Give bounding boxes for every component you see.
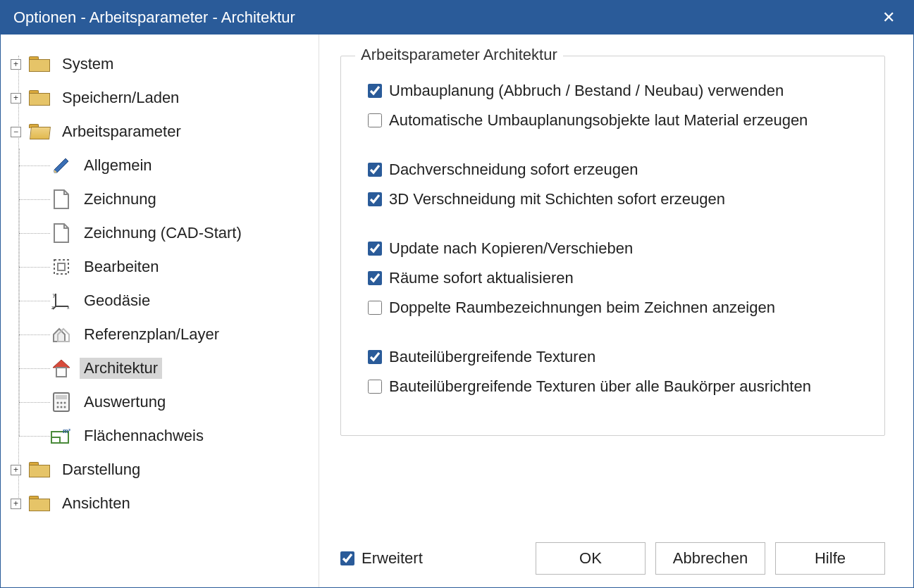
checkbox-erweitert[interactable] [340,551,354,565]
tree-item-arbeitsparameter[interactable]: Arbeitsparameter [58,121,185,142]
label-auto-umbauplanungsobjekte[interactable]: Automatische Umbauplanungsobjekte laut M… [389,111,808,130]
checkbox-raeume-aktualisieren[interactable] [368,271,382,285]
tree-item-system[interactable]: System [58,54,118,75]
options-tree: + System + Speichern/Laden − Arbeitspara… [1,35,319,587]
tree-item-allgemein[interactable]: Allgemein [80,155,156,176]
title-bar: Optionen - Arbeitsparameter - Architektu… [1,1,913,35]
collapse-toggle-arbeitsparameter[interactable]: − [11,127,21,137]
tree-item-flaechennachweis[interactable]: Flächennachweis [80,425,208,446]
checkbox-3d-verschneidung[interactable] [368,192,382,206]
tree-item-bearbeiten[interactable]: Bearbeiten [80,256,163,277]
svg-point-12 [61,402,63,404]
svg-text:z: z [51,305,54,310]
svg-text:y: y [53,292,56,298]
calculator-icon [50,391,73,413]
area-plan-icon: m² [50,425,73,447]
window-title: Optionen - Arbeitsparameter - Architektu… [13,8,877,27]
tree-item-auswertung[interactable]: Auswertung [80,392,170,413]
checkbox-update-kopieren[interactable] [368,242,382,256]
expand-toggle-speichern[interactable]: + [11,93,21,104]
tree-item-zeichnung-cad-start[interactable]: Zeichnung (CAD-Start) [80,223,246,244]
cancel-button[interactable]: Abbrechen [655,542,765,575]
dialog-footer: Erweitert OK Abbrechen Hilfe [340,525,885,575]
svg-marker-0 [54,158,68,173]
svg-rect-10 [56,395,67,399]
document-icon [50,188,73,211]
folder-open-icon [28,120,51,143]
selection-icon [50,256,73,278]
label-bauteil-texturen[interactable]: Bauteilübergreifende Texturen [389,348,595,366]
checkbox-auto-umbauplanungsobjekte[interactable] [368,113,382,127]
house-icon [50,357,73,380]
label-3d-verschneidung[interactable]: 3D Verschneidung mit Schichten sofort er… [389,190,725,208]
checkbox-dachverschneidung[interactable] [368,163,382,177]
label-erweitert[interactable]: Erweitert [362,549,423,568]
tree-item-zeichnung[interactable]: Zeichnung [80,189,161,210]
group-legend: Arbeitsparameter Architektur [355,46,563,64]
layer-house-icon [50,323,73,346]
svg-point-11 [57,402,59,404]
folder-icon [28,492,51,515]
svg-text:x: x [67,305,70,310]
help-button[interactable]: Hilfe [775,542,885,575]
tree-item-architektur[interactable]: Architektur [80,358,162,379]
tree-item-darstellung[interactable]: Darstellung [58,459,144,480]
folder-icon [28,53,51,75]
checkbox-bauteil-texturen-ausrichten[interactable] [368,380,382,394]
document-icon [50,222,73,244]
folder-icon [28,87,51,109]
folder-icon [28,458,51,481]
svg-rect-8 [56,368,66,377]
svg-marker-7 [53,360,70,368]
label-doppelte-raumbezeichnungen[interactable]: Doppelte Raumbezeichnungen beim Zeichnen… [389,299,775,317]
axes-icon: yxz [50,289,73,312]
tree-item-speichern-laden[interactable]: Speichern/Laden [58,87,183,108]
close-icon[interactable]: ✕ [877,6,901,30]
expand-toggle-system[interactable]: + [11,59,21,70]
checkbox-umbauplanung[interactable] [368,84,382,98]
pencil-icon [50,154,73,177]
expand-toggle-darstellung[interactable]: + [11,465,21,475]
tree-item-ansichten[interactable]: Ansichten [58,493,135,514]
tree-item-referenzplan-layer[interactable]: Referenzplan/Layer [80,324,223,345]
svg-point-16 [64,406,66,408]
svg-text:m²: m² [63,427,70,434]
label-dachverschneidung[interactable]: Dachverschneidung sofort erzeugen [389,161,638,179]
label-raeume-aktualisieren[interactable]: Räume sofort aktualisieren [389,269,574,287]
arbeitsparameter-architektur-group: Arbeitsparameter Architektur Umbauplanun… [340,56,885,436]
checkbox-doppelte-raumbezeichnungen[interactable] [368,301,382,315]
ok-button[interactable]: OK [536,542,646,575]
svg-point-15 [61,406,63,408]
checkbox-bauteil-texturen[interactable] [368,350,382,364]
label-umbauplanung[interactable]: Umbauplanung (Abbruch / Bestand / Neubau… [389,82,784,100]
label-update-kopieren[interactable]: Update nach Kopieren/Verschieben [389,239,633,258]
svg-point-14 [57,406,59,408]
tree-item-geodaesie[interactable]: Geodäsie [80,290,154,311]
label-bauteil-texturen-ausrichten[interactable]: Bauteilübergreifende Texturen über alle … [389,377,811,396]
svg-rect-3 [58,263,65,270]
svg-point-13 [64,402,66,404]
expand-toggle-ansichten[interactable]: + [11,499,21,509]
